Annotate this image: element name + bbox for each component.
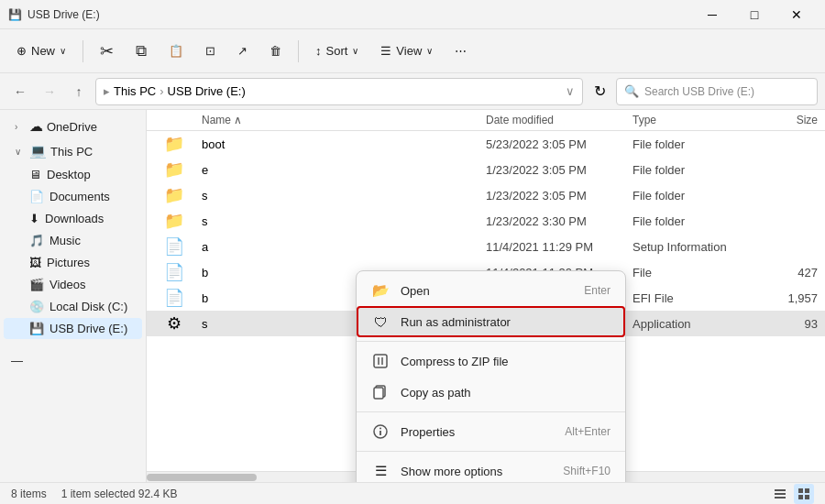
title-bar-controls: ─ □ ✕ xyxy=(691,0,818,29)
sort-asc-icon: ∧ xyxy=(234,114,242,126)
search-box[interactable]: 🔍 Search USB Drive (E:) xyxy=(616,78,818,105)
sidebar-item-videos[interactable]: 🎬 Videos xyxy=(4,274,142,295)
file-type: File xyxy=(632,266,761,279)
delete-icon: 🗑 xyxy=(270,44,281,58)
properties-shortcut: Alt+Enter xyxy=(565,425,610,438)
view-button[interactable]: ☰ View ∨ xyxy=(371,38,442,63)
table-row[interactable]: 📁 boot 5/23/2022 3:05 PM File folder xyxy=(147,131,825,157)
more-options-label: Show more options xyxy=(401,465,552,478)
svg-rect-4 xyxy=(374,388,383,399)
file-type: Setup Information xyxy=(632,240,761,254)
sort-chevron-icon: ∨ xyxy=(352,46,358,56)
run-as-admin-label: Run as administrator xyxy=(401,315,600,329)
context-menu-compress[interactable]: Compress to ZIP file xyxy=(357,345,625,377)
toolbar-separator-2 xyxy=(298,40,299,62)
onedrive-icon: ☁ xyxy=(29,118,43,135)
col-header-name[interactable]: Name ∧ xyxy=(147,114,486,126)
table-row[interactable]: 📄 a 11/4/2021 11:29 PM Setup Information xyxy=(147,234,825,259)
sidebar-item-downloads[interactable]: ⬇ Downloads xyxy=(4,208,142,229)
file-size: 427 xyxy=(761,266,825,279)
view-chevron-icon: ∨ xyxy=(426,46,433,56)
file-date: 1/23/2022 3:05 PM xyxy=(486,189,632,203)
sidebar-item-this-pc[interactable]: ∨ 💻 This PC xyxy=(4,139,142,163)
breadcrumb-current[interactable]: USB Drive (E:) xyxy=(168,84,246,98)
copy-path-label: Copy as path xyxy=(401,386,610,400)
context-menu-run-as-admin[interactable]: 🛡 Run as administrator xyxy=(357,306,625,337)
list-view-button[interactable] xyxy=(770,484,790,504)
svg-point-7 xyxy=(380,428,381,430)
sidebar-item-onedrive[interactable]: › ☁ OneDrive xyxy=(4,115,142,138)
minimize-button[interactable]: ─ xyxy=(691,0,733,29)
ctx-separator-2 xyxy=(357,411,625,412)
file-icon: 📄 xyxy=(147,288,202,308)
col-header-size[interactable]: Size xyxy=(761,114,825,126)
search-placeholder: Search USB Drive (E:) xyxy=(644,85,754,98)
svg-rect-11 xyxy=(775,493,786,495)
delete-button[interactable]: 🗑 xyxy=(260,38,291,63)
sidebar-item-pictures[interactable]: 🖼 Pictures xyxy=(4,252,142,273)
paste-icon: 📋 xyxy=(169,44,183,58)
svg-rect-14 xyxy=(805,488,809,493)
paste-button[interactable]: 📋 xyxy=(160,38,192,63)
item-count: 8 items xyxy=(11,488,47,500)
rename-button[interactable]: ⊡ xyxy=(196,38,225,63)
sidebar: › ☁ OneDrive ∨ 💻 This PC 🖥 Desktop 📄 Doc… xyxy=(0,110,147,482)
copy-button[interactable]: ⧉ xyxy=(126,37,156,66)
breadcrumb[interactable]: ▸ This PC › USB Drive (E:) ∨ xyxy=(95,78,583,105)
title-bar-title: USB Drive (E:) xyxy=(28,8,100,21)
table-row[interactable]: 📁 s 1/23/2022 3:30 PM File folder xyxy=(147,208,825,234)
table-row[interactable]: 📁 s 1/23/2022 3:05 PM File folder xyxy=(147,182,825,208)
onedrive-label: OneDrive xyxy=(47,120,97,134)
rename-icon: ⊡ xyxy=(205,44,215,58)
file-icon: ⚙ xyxy=(147,313,202,334)
context-menu-more-options[interactable]: ☰ Show more options Shift+F10 xyxy=(357,455,625,482)
more-options-icon: ☰ xyxy=(371,462,390,480)
sidebar-item-music[interactable]: 🎵 Music xyxy=(4,230,142,251)
more-icon: ⋯ xyxy=(455,44,467,58)
this-pc-icon: 💻 xyxy=(29,143,47,159)
ctx-separator-1 xyxy=(357,341,625,342)
share-button[interactable]: ↗ xyxy=(228,38,257,63)
run-as-admin-icon: 🛡 xyxy=(371,312,390,331)
close-button[interactable]: ✕ xyxy=(776,0,818,29)
context-menu-open[interactable]: 📂 Open Enter xyxy=(357,275,625,306)
table-row[interactable]: 📁 e 1/23/2022 3:05 PM File folder xyxy=(147,157,825,182)
more-button[interactable]: ⋯ xyxy=(446,38,476,63)
status-bar: 8 items 1 item selected 92.4 KB xyxy=(0,482,825,504)
file-date: 5/23/2022 3:05 PM xyxy=(486,137,632,151)
scrollbar-thumb[interactable] xyxy=(147,474,257,481)
open-shortcut: Enter xyxy=(584,284,610,297)
sidebar-item-documents[interactable]: 📄 Documents xyxy=(4,186,142,207)
local-disk-icon: 💿 xyxy=(29,300,44,313)
refresh-button[interactable]: ↻ xyxy=(587,79,612,104)
sort-button[interactable]: ↕ Sort ∨ xyxy=(306,38,368,63)
file-type: EFI File xyxy=(632,291,761,305)
toolbar: ⊕ New ∨ ✂ ⧉ 📋 ⊡ ↗ 🗑 ↕ Sort ∨ ☰ View ∨ ⋯ xyxy=(0,29,825,73)
breadcrumb-this-pc[interactable]: This PC xyxy=(114,84,156,98)
new-icon: ⊕ xyxy=(16,44,27,58)
sidebar-item-local-disk[interactable]: 💿 Local Disk (C:) xyxy=(4,296,142,317)
up-button[interactable]: ↑ xyxy=(66,79,92,104)
forward-button[interactable]: → xyxy=(37,79,62,104)
cut-button[interactable]: ✂ xyxy=(91,36,123,67)
back-button[interactable]: ← xyxy=(7,79,33,104)
context-menu-properties[interactable]: Properties Alt+Enter xyxy=(357,416,625,447)
file-type: Application xyxy=(632,317,761,331)
grid-view-button[interactable] xyxy=(794,484,814,504)
file-type: File folder xyxy=(632,137,761,151)
new-chevron-icon: ∨ xyxy=(60,46,66,56)
col-header-type[interactable]: Type xyxy=(632,114,761,126)
context-menu-copy-path[interactable]: Copy as path xyxy=(357,377,625,408)
col-header-date[interactable]: Date modified xyxy=(486,114,632,126)
sidebar-item-desktop[interactable]: 🖥 Desktop xyxy=(4,164,142,185)
pictures-icon: 🖼 xyxy=(29,256,41,269)
new-button[interactable]: ⊕ New ∨ xyxy=(7,38,75,63)
file-name: s xyxy=(202,189,486,203)
usb-drive-icon: 💾 xyxy=(29,322,44,335)
title-bar: 💾 USB Drive (E:) ─ □ ✕ xyxy=(0,0,825,29)
maximize-button[interactable]: □ xyxy=(733,0,776,29)
open-label: Open xyxy=(401,284,573,298)
downloads-icon: ⬇ xyxy=(29,212,39,225)
sidebar-item-extra[interactable]: — xyxy=(4,350,142,371)
sidebar-item-usb-drive[interactable]: 💾 USB Drive (E:) xyxy=(4,318,142,339)
